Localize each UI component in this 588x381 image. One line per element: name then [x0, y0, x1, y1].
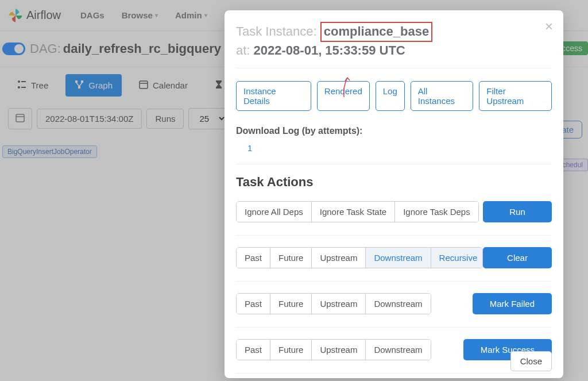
pill-all-instances[interactable]: All Instances — [411, 81, 474, 111]
mark-success-row: Past Future Upstream Downstream Mark Suc… — [236, 339, 552, 360]
pill-instance-details[interactable]: Instance Details — [236, 81, 311, 111]
ms-past-button[interactable]: Past — [237, 340, 270, 360]
clear-row: Past Future Upstream Downstream Recursiv… — [236, 247, 552, 268]
close-button[interactable]: Close — [510, 351, 552, 371]
clear-past-button[interactable]: Past — [237, 248, 270, 268]
clear-future-button[interactable]: Future — [270, 248, 312, 268]
close-icon[interactable]: × — [545, 18, 553, 34]
mf-upstream-button[interactable]: Upstream — [312, 294, 366, 314]
divider — [236, 281, 552, 282]
ms-future-button[interactable]: Future — [270, 340, 312, 360]
clear-downstream-button[interactable]: Downstream — [366, 248, 431, 268]
pill-log[interactable]: Log — [376, 81, 405, 111]
clear-group: Past Future Upstream Downstream Recursiv… — [236, 247, 483, 268]
mf-downstream-button[interactable]: Downstream — [366, 294, 430, 314]
divider — [236, 373, 552, 374]
at-prefix: at: — [236, 43, 250, 57]
divider — [236, 164, 552, 164]
attempt-1-link[interactable]: 1 — [247, 143, 252, 153]
divider — [236, 327, 552, 328]
pill-rendered[interactable]: Rendered — [317, 81, 370, 111]
task-id: compliance_base — [324, 24, 429, 39]
ms-upstream-button[interactable]: Upstream — [312, 340, 366, 360]
modal-title: Task Instance: compliance_base at: 2022-… — [236, 22, 552, 60]
ignore-task-state-button[interactable]: Ignore Task State — [312, 202, 395, 222]
ms-downstream-button[interactable]: Downstream — [366, 340, 430, 360]
ignore-task-deps-button[interactable]: Ignore Task Deps — [395, 202, 478, 222]
ignore-group: Ignore All Deps Ignore Task State Ignore… — [236, 201, 479, 222]
ignore-all-deps-button[interactable]: Ignore All Deps — [237, 202, 312, 222]
run-button[interactable]: Run — [483, 201, 552, 222]
mark-success-group: Past Future Upstream Downstream — [236, 339, 431, 360]
clear-upstream-button[interactable]: Upstream — [312, 248, 366, 268]
mf-past-button[interactable]: Past — [237, 294, 270, 314]
title-prefix: Task Instance: — [236, 24, 317, 39]
clear-button[interactable]: Clear — [483, 247, 552, 268]
task-id-highlighted: compliance_base — [320, 22, 432, 42]
pill-filter-upstream[interactable]: Filter Upstream — [479, 81, 552, 111]
modal-nav-pills: Instance Details Rendered Log All Instan… — [236, 81, 552, 111]
task-actions-title: Task Actions — [236, 175, 552, 190]
mark-failed-button[interactable]: Mark Failed — [473, 293, 552, 314]
download-log-label: Download Log (by attempts): — [236, 126, 552, 136]
task-instance-modal: × Task Instance: compliance_base at: 202… — [225, 10, 563, 378]
ignore-row: Ignore All Deps Ignore Task State Ignore… — [236, 201, 552, 222]
mf-future-button[interactable]: Future — [270, 294, 312, 314]
task-datetime: 2022-08-01, 15:33:59 UTC — [254, 43, 405, 57]
mark-failed-row: Past Future Upstream Downstream Mark Fai… — [236, 293, 552, 314]
divider — [236, 235, 552, 236]
mark-failed-group: Past Future Upstream Downstream — [236, 293, 431, 314]
clear-recursive-button[interactable]: Recursive — [431, 248, 483, 268]
divider — [236, 68, 552, 68]
